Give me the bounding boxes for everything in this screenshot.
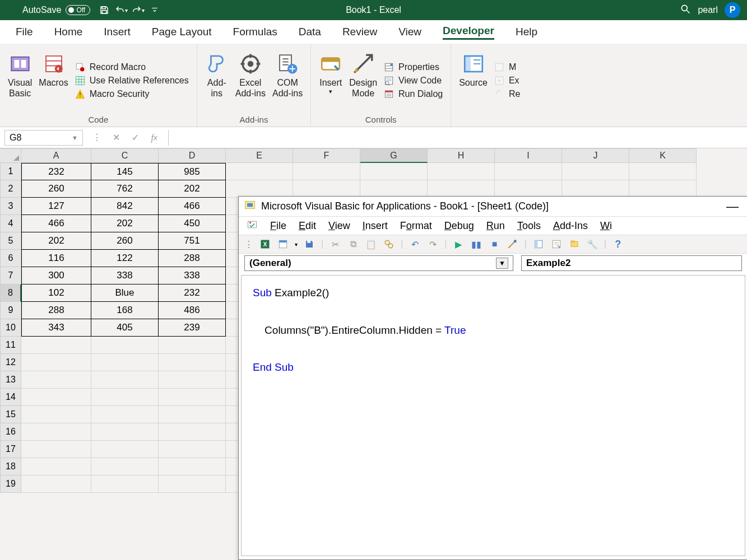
vba-code-editor[interactable]: Sub Example2() Columns("B").EntireColumn…	[241, 275, 745, 556]
cell[interactable]: 842	[91, 198, 159, 215]
view-code-button[interactable]: View Code	[384, 76, 443, 86]
cell[interactable]	[360, 180, 428, 198]
addins-button[interactable]: Add- ins	[205, 48, 229, 99]
cell[interactable]: 239	[159, 319, 226, 337]
cell[interactable]	[159, 337, 226, 354]
macros-button[interactable]: Macros	[39, 48, 68, 88]
cell[interactable]: 260	[91, 232, 159, 250]
cell[interactable]	[629, 163, 697, 180]
col-header-K[interactable]: K	[629, 148, 697, 163]
cell[interactable]	[21, 354, 91, 371]
minimize-icon[interactable]: —	[726, 199, 742, 214]
save-icon[interactable]	[96, 0, 113, 20]
tab-view[interactable]: View	[398, 26, 421, 38]
row-header[interactable]: 12	[0, 354, 21, 371]
cell[interactable]	[159, 475, 226, 493]
cell[interactable]	[21, 441, 91, 458]
cell[interactable]: 751	[159, 232, 226, 250]
cell[interactable]: 122	[91, 250, 159, 267]
tb-stop-icon[interactable]: ■	[488, 238, 500, 250]
tb-find-icon[interactable]	[383, 238, 395, 250]
cell[interactable]	[159, 423, 226, 441]
tb-paste-icon[interactable]: 📋	[365, 238, 377, 250]
tb-design-icon[interactable]	[506, 238, 518, 250]
row-header[interactable]: 10	[0, 319, 21, 337]
cell[interactable]	[159, 389, 226, 406]
row-header[interactable]: 7	[0, 267, 21, 284]
tab-review[interactable]: Review	[342, 26, 377, 38]
row-header[interactable]: 16	[0, 423, 21, 441]
cell[interactable]: 260	[21, 180, 91, 198]
row-header[interactable]: 5	[0, 232, 21, 250]
avatar[interactable]: P	[725, 2, 740, 18]
row-header[interactable]: 17	[0, 441, 21, 458]
cell[interactable]	[159, 458, 226, 475]
vba-menu-file[interactable]: File	[270, 220, 286, 232]
cell[interactable]: 202	[21, 232, 91, 250]
cell[interactable]	[495, 163, 562, 180]
cell[interactable]: 762	[91, 180, 159, 198]
col-header-I[interactable]: I	[495, 148, 562, 163]
cell[interactable]	[159, 371, 226, 389]
cell[interactable]: 288	[21, 302, 91, 319]
row-header[interactable]: 1	[0, 163, 21, 180]
cell[interactable]	[91, 337, 159, 354]
vba-control-icon[interactable]	[247, 219, 258, 233]
cell[interactable]: 127	[21, 198, 91, 215]
cell[interactable]	[21, 371, 91, 389]
cell[interactable]: 288	[159, 250, 226, 267]
cell[interactable]: 343	[21, 319, 91, 337]
cell[interactable]	[21, 458, 91, 475]
cell[interactable]	[91, 406, 159, 423]
undo-icon[interactable]: ▾	[113, 0, 129, 20]
cell[interactable]	[21, 389, 91, 406]
cancel-icon[interactable]: ✕	[106, 127, 126, 148]
redo-icon[interactable]: ▾	[129, 0, 146, 20]
name-box[interactable]: G8 ▼	[4, 130, 83, 146]
cell[interactable]: 102	[21, 284, 91, 302]
cell[interactable]	[226, 163, 293, 180]
cell[interactable]: 300	[21, 267, 91, 284]
record-macro-button[interactable]: Record Macro	[75, 62, 189, 72]
vba-menu-format[interactable]: Format	[400, 220, 432, 232]
cell[interactable]: 202	[159, 180, 226, 198]
cell[interactable]	[293, 180, 360, 198]
cell[interactable]: 985	[159, 163, 226, 180]
row-header[interactable]: 13	[0, 371, 21, 389]
tb-pause-icon[interactable]: ▮▮	[470, 238, 482, 250]
formula-input[interactable]	[168, 130, 747, 146]
tab-file[interactable]: File	[16, 26, 33, 38]
vba-menu-tools[interactable]: Tools	[517, 220, 541, 232]
cell[interactable]	[159, 354, 226, 371]
tb-toolbox-icon[interactable]: 🔧	[586, 238, 598, 250]
cell[interactable]: 486	[159, 302, 226, 319]
cell[interactable]	[91, 458, 159, 475]
tab-home[interactable]: Home	[54, 26, 83, 38]
col-header-J[interactable]: J	[562, 148, 629, 163]
tb-excel-icon[interactable]: X	[259, 238, 271, 250]
autosave-toggle[interactable]: AutoSave Off	[0, 5, 96, 15]
row-header[interactable]: 9	[0, 302, 21, 319]
visual-basic-button[interactable]: Visual Basic	[8, 48, 32, 99]
row-header[interactable]: 18	[0, 458, 21, 475]
cell[interactable]: 232	[159, 284, 226, 302]
vba-menu-window[interactable]: Wi	[600, 220, 612, 232]
cell[interactable]: 232	[21, 163, 91, 180]
cell[interactable]	[428, 163, 495, 180]
cell[interactable]: 168	[91, 302, 159, 319]
excel-addins-button[interactable]: Excel Add-ins	[235, 48, 266, 99]
select-all-corner[interactable]	[0, 148, 21, 163]
cell[interactable]	[360, 163, 428, 180]
cell[interactable]: 405	[91, 319, 159, 337]
cell[interactable]	[91, 423, 159, 441]
tab-help[interactable]: Help	[516, 26, 537, 38]
cell[interactable]	[91, 475, 159, 493]
cell[interactable]: 145	[91, 163, 159, 180]
tb-project-icon[interactable]	[532, 238, 545, 250]
vba-menu-insert[interactable]: Insert	[363, 220, 388, 232]
cell[interactable]	[428, 180, 495, 198]
tab-formulas[interactable]: Formulas	[233, 26, 277, 38]
tb-cut-icon[interactable]: ✂	[329, 238, 341, 250]
cell[interactable]: 338	[159, 267, 226, 284]
qat-customize-icon[interactable]	[146, 0, 163, 20]
